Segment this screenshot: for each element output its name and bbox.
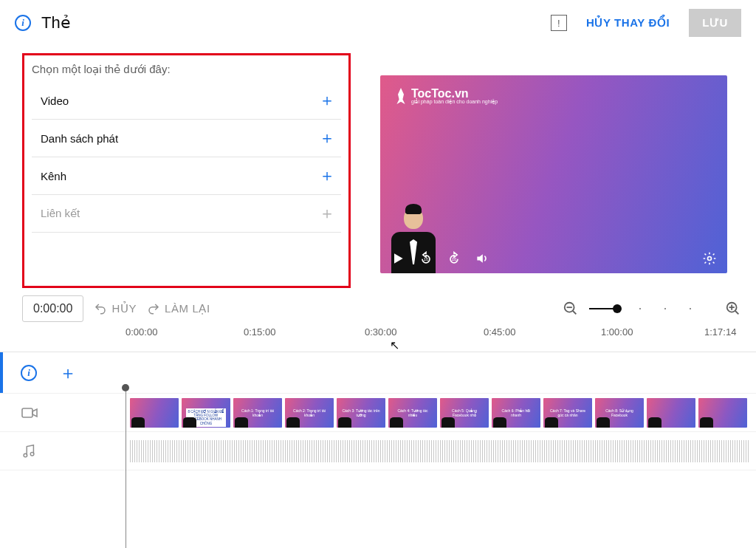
- play-icon[interactable]: [391, 251, 405, 266]
- plus-icon: ＋: [319, 205, 335, 222]
- info-icon[interactable]: i: [15, 15, 31, 31]
- alert-icon[interactable]: !: [551, 15, 567, 31]
- audio-waveform[interactable]: [130, 440, 749, 462]
- video-thumb[interactable]: [130, 398, 179, 428]
- svg-line-5: [573, 311, 577, 315]
- audio-track-icon[interactable]: [21, 443, 37, 459]
- card-option-channel[interactable]: Kênh ＋: [32, 157, 341, 195]
- playhead-line: [126, 391, 126, 548]
- card-option-label: Kênh: [41, 170, 66, 182]
- current-time-input[interactable]: 0:00:00: [22, 295, 83, 322]
- audio-track-row: [0, 432, 756, 470]
- rocket-icon: [395, 88, 407, 104]
- plus-icon[interactable]: ＋: [319, 130, 335, 146]
- video-thumb[interactable]: Cách 3: Tương tác trên tường: [337, 398, 385, 428]
- zoom-in-icon[interactable]: [725, 301, 741, 317]
- rewind-10-icon[interactable]: 10: [419, 251, 433, 266]
- ruler-tick: 0:30:00: [365, 326, 396, 338]
- video-track-row: 8 CÁCH ĐƠN GIẢN ĐỂ TĂNG FOLLOW FACEBOOK …: [0, 394, 756, 432]
- card-option-video[interactable]: Video ＋: [32, 82, 341, 120]
- video-thumb[interactable]: [698, 398, 747, 428]
- redo-button[interactable]: LÀM LẠI: [147, 302, 210, 315]
- undo-icon: [94, 302, 107, 315]
- card-option-label: Video: [41, 95, 69, 107]
- cards-track-row: i ＋: [0, 352, 756, 394]
- redo-label: LÀM LẠI: [165, 302, 210, 315]
- ruler-tick: 1:17:14: [704, 326, 736, 338]
- video-thumb[interactable]: [647, 398, 695, 428]
- video-preview[interactable]: TocToc.vn giải pháp toàn diện cho doanh …: [380, 75, 727, 273]
- svg-point-2: [708, 257, 712, 261]
- add-card-button[interactable]: ＋: [59, 361, 77, 385]
- plus-icon[interactable]: ＋: [319, 168, 335, 184]
- svg-point-12: [30, 452, 34, 456]
- undo-button[interactable]: HỦY: [94, 302, 137, 315]
- timeline-ruler[interactable]: 0:00:00 0:15:00 0:30:00 0:45:00 1:00:00 …: [126, 326, 756, 352]
- header: i Thẻ ! HỦY THAY ĐỔI LƯU: [0, 0, 756, 46]
- svg-text:10: 10: [452, 257, 457, 261]
- ruler-tick: 0:00:00: [126, 326, 157, 338]
- volume-icon[interactable]: [475, 251, 489, 266]
- card-option-label: Liên kết: [41, 207, 80, 220]
- redo-icon: [147, 302, 160, 315]
- ruler-tick: 1:00:00: [601, 326, 633, 338]
- video-thumb[interactable]: Cách 5: Quảng Facebook nhỏ: [440, 398, 489, 428]
- ruler-tick: 0:15:00: [244, 326, 275, 338]
- card-option-label: Danh sách phát: [41, 132, 118, 145]
- zoom-out-icon[interactable]: [563, 301, 579, 317]
- plus-icon[interactable]: ＋: [319, 92, 335, 109]
- ruler-tick: 0:45:00: [484, 326, 515, 338]
- card-option-playlist[interactable]: Danh sách phát ＋: [32, 120, 341, 157]
- settings-icon[interactable]: [702, 251, 717, 266]
- save-button: LƯU: [689, 9, 741, 37]
- undo-label: HỦY: [111, 302, 137, 315]
- video-thumbnails[interactable]: 8 CÁCH ĐƠN GIẢN ĐỂ TĂNG FOLLOW FACEBOOK …: [128, 395, 749, 431]
- video-thumb[interactable]: Cách 4: Tương tác nhiều: [388, 398, 437, 428]
- svg-line-9: [735, 311, 739, 315]
- brand-tagline: giải pháp toàn diện cho doanh nghiệp: [411, 99, 498, 105]
- video-track-icon[interactable]: [21, 404, 38, 422]
- page-title: Thẻ: [41, 13, 71, 32]
- card-type-panel: Chọn một loại thẻ dưới đây: Video ＋ Danh…: [22, 53, 351, 288]
- card-option-link: Liên kết ＋: [32, 195, 341, 233]
- svg-point-11: [24, 453, 27, 457]
- zoom-slider[interactable]: [589, 308, 715, 309]
- video-thumb[interactable]: Cách 6: Phản hồi nhanh: [492, 398, 540, 428]
- playhead-handle[interactable]: [122, 384, 129, 391]
- video-thumb[interactable]: 8 CÁCH ĐƠN GIẢN ĐỂ TĂNG FOLLOW FACEBOOK …: [182, 398, 230, 428]
- video-thumb[interactable]: Cách 1: Trang trí tài khoản: [233, 398, 282, 428]
- video-thumb[interactable]: Cách 8: Sử dụng Facebook: [595, 398, 644, 428]
- discard-changes-button[interactable]: HỦY THAY ĐỔI: [577, 9, 678, 37]
- video-thumb[interactable]: Cách 7: Tag và Share góc cá nhân: [543, 398, 592, 428]
- brand-logo: TocToc.vn giải pháp toàn diện cho doanh …: [395, 87, 498, 105]
- forward-10-icon[interactable]: 10: [447, 251, 461, 266]
- info-icon[interactable]: i: [21, 365, 37, 381]
- svg-text:10: 10: [424, 257, 429, 261]
- card-instruction: Chọn một loại thẻ dưới đây:: [32, 63, 341, 76]
- video-thumb[interactable]: Cách 2: Trang trí tài khoản: [285, 398, 334, 428]
- zoom-slider-handle[interactable]: [613, 304, 622, 313]
- svg-rect-10: [22, 408, 32, 417]
